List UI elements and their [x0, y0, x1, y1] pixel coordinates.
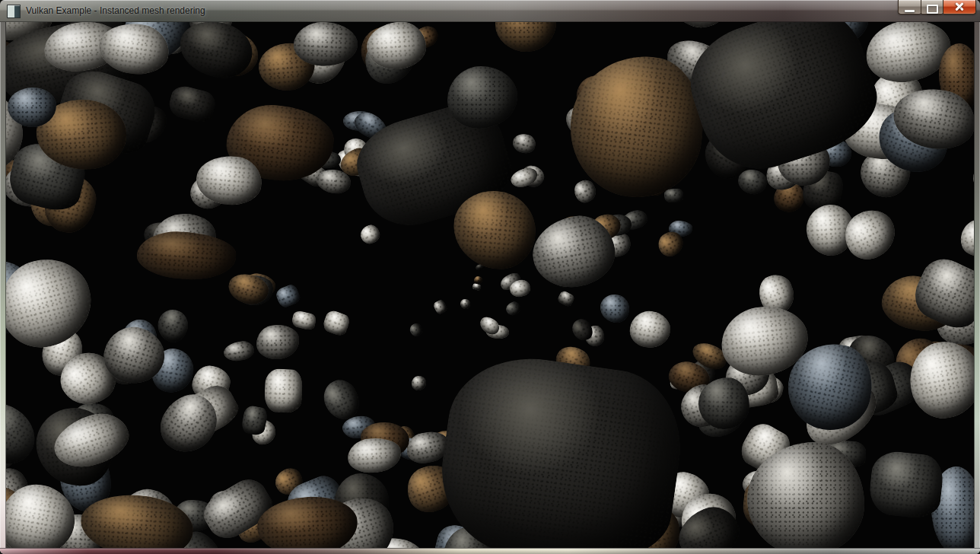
minimize-button[interactable]: [898, 0, 921, 14]
rock: [460, 298, 471, 309]
rock: [956, 213, 974, 260]
window-frame-left[interactable]: [0, 22, 6, 554]
rock: [966, 145, 974, 209]
vulkan-app-icon: [8, 5, 20, 18]
rock: [264, 368, 303, 412]
rock: [600, 295, 630, 323]
rock: [407, 321, 424, 339]
rock: [627, 308, 673, 351]
rock: [321, 308, 352, 337]
minimize-icon: [905, 10, 915, 12]
rock: [504, 300, 522, 317]
rock: [412, 375, 427, 390]
window-controls: [898, 0, 976, 14]
rock: [291, 310, 317, 332]
rock: [447, 66, 517, 129]
rock: [358, 222, 382, 246]
rock: [346, 437, 402, 474]
maximize-icon: [927, 5, 938, 14]
rock: [556, 289, 575, 307]
rock: [495, 22, 557, 52]
window-frame-right[interactable]: [974, 22, 980, 554]
rock: [663, 189, 683, 203]
rock: [432, 299, 447, 315]
rock: [867, 449, 945, 520]
rock: [431, 348, 691, 548]
render-viewport[interactable]: [6, 22, 974, 548]
titlebar[interactable]: Vulkan Example - Instanced mesh renderin…: [0, 0, 980, 22]
close-button[interactable]: [943, 0, 976, 14]
window-frame-bottom[interactable]: [0, 548, 980, 554]
rock: [511, 131, 537, 154]
app-window: Vulkan Example - Instanced mesh renderin…: [0, 0, 980, 554]
rock: [222, 339, 255, 363]
maximize-button[interactable]: [921, 0, 943, 14]
rock: [6, 250, 100, 356]
rock: [167, 84, 218, 126]
close-icon: [954, 1, 966, 12]
window-title: Vulkan Example - Instanced mesh renderin…: [26, 5, 205, 17]
rock: [275, 282, 302, 308]
rock: [256, 324, 299, 360]
rock: [135, 229, 237, 283]
